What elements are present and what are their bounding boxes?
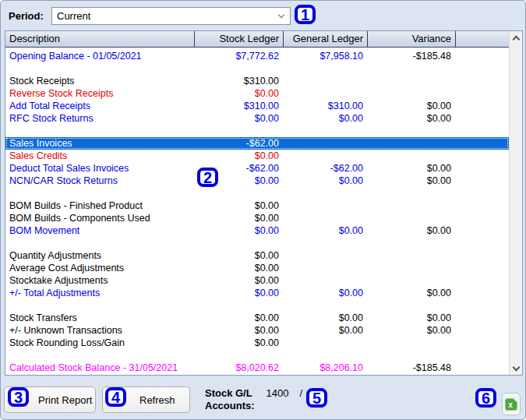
export-to-excel-button[interactable]: x xyxy=(502,393,521,415)
cell-variance xyxy=(368,137,456,150)
table-row[interactable]: +/- Unknown Transactions$0.00$0.00$0.00 xyxy=(5,324,509,337)
chevron-down-icon xyxy=(278,12,284,18)
column-header-general-ledger[interactable]: General Ledger xyxy=(284,31,368,47)
cell-variance: $0.00 xyxy=(368,112,456,125)
cell-general: $7,958.10 xyxy=(284,50,368,62)
cell-general xyxy=(284,212,368,224)
cell-desc: +/- Unknown Transactions xyxy=(5,324,195,337)
table-row[interactable]: Sales Invoices-$62.00 xyxy=(5,137,509,150)
table-row-spacer xyxy=(5,349,509,362)
period-label: Period: xyxy=(9,10,44,22)
cell-desc: Stock Transfers xyxy=(5,312,195,324)
cell-desc: NCN/CAR Stock Returns xyxy=(5,175,195,187)
table-row[interactable]: BOM Movement$0.00$0.00$0.00 xyxy=(5,224,509,237)
cell-desc: RFC Stock Returns xyxy=(5,112,195,125)
scroll-down-button[interactable] xyxy=(510,362,523,375)
table-row[interactable]: Sales Credits$0.00 xyxy=(5,150,509,162)
toolbar: Period: Current xyxy=(1,1,526,30)
cell-variance: $0.00 xyxy=(368,175,456,187)
cell-stock: -$62.00 xyxy=(195,137,284,150)
table-row[interactable]: Quantity Adjustments$0.00 xyxy=(5,249,509,262)
table-row[interactable]: NCN/CAR Stock Returns$0.00$0.00$0.00 xyxy=(5,175,509,187)
cell-stock: $0.00 xyxy=(195,87,284,100)
period-select[interactable]: Current xyxy=(51,7,291,25)
cell-general: -$62.00 xyxy=(284,162,368,175)
cell-general xyxy=(284,75,368,87)
cell-desc: Reverse Stock Receipts xyxy=(5,87,195,100)
cell-desc: Sales Credits xyxy=(5,150,195,162)
cell-general xyxy=(284,137,368,150)
table-row[interactable]: BOM Builds - Components Used$0.00 xyxy=(5,212,509,224)
reconciliation-table: Description Stock Ledger General Ledger … xyxy=(5,30,523,376)
cell-general xyxy=(284,150,368,162)
table-header: Description Stock Ledger General Ledger … xyxy=(5,31,509,48)
period-selected-value: Current xyxy=(57,10,90,22)
cell-stock: $0.00 xyxy=(195,224,284,237)
table-row[interactable]: Stock Transfers$0.00$0.00$0.00 xyxy=(5,312,509,324)
cell-variance xyxy=(368,337,456,349)
cell-general xyxy=(284,249,368,262)
cell-stock: $0.00 xyxy=(195,337,284,349)
scroll-up-button[interactable] xyxy=(510,31,523,44)
cell-stock: $0.00 xyxy=(195,150,284,162)
column-header-stock-ledger[interactable]: Stock Ledger xyxy=(195,31,284,47)
cell-stock: $0.00 xyxy=(195,262,284,274)
cell-variance xyxy=(368,274,456,287)
som-mark-6: 6 xyxy=(475,388,496,408)
cell-variance xyxy=(368,87,456,100)
som-mark-3: 3 xyxy=(8,387,29,407)
cell-desc: Quantity Adjustments xyxy=(5,249,195,262)
footer: Print Report Refresh Stock G/L Accounts:… xyxy=(1,376,526,420)
stock-reconciliation-window: Period: Current Description Stock Ledger… xyxy=(0,0,526,420)
table-row[interactable]: BOM Builds - Finished Product$0.00 xyxy=(5,199,509,212)
cell-stock: $8,020.62 xyxy=(195,362,284,374)
cell-desc: Deduct Total Sales Invoices xyxy=(5,162,195,175)
stock-gl-accounts-label: Stock G/L Accounts: xyxy=(205,387,255,412)
column-header-description[interactable]: Description xyxy=(5,31,195,47)
cell-stock: $310.00 xyxy=(195,75,284,87)
table-row[interactable]: RFC Stock Returns$0.00$0.00$0.00 xyxy=(5,112,509,125)
table-row[interactable]: Reverse Stock Receipts$0.00 xyxy=(5,87,509,100)
excel-export-icon: x xyxy=(505,398,517,411)
cell-variance xyxy=(368,249,456,262)
stock-gl-accounts-value: 1400 xyxy=(267,387,289,400)
cell-general xyxy=(284,199,368,212)
table-row-spacer xyxy=(5,62,509,75)
cell-variance xyxy=(368,75,456,87)
som-mark-1: 1 xyxy=(295,5,316,24)
cell-desc: Average Cost Adjustments xyxy=(5,262,195,274)
cell-desc: Opening Balance - 01/05/2021 xyxy=(5,50,195,62)
cell-stock: $0.00 xyxy=(195,324,284,337)
cell-stock: $7,772.62 xyxy=(195,50,284,62)
stock-gl-accounts-separator: / xyxy=(299,387,302,400)
cell-desc: Sales Invoices xyxy=(5,137,195,150)
table-row[interactable]: Opening Balance - 01/05/2021$7,772.62$7,… xyxy=(5,50,509,62)
cell-stock: $0.00 xyxy=(195,312,284,324)
cell-variance xyxy=(368,262,456,274)
table-scrollbar[interactable] xyxy=(509,31,522,375)
table-row[interactable]: Stock Rounding Loss/Gain$0.00 xyxy=(5,337,509,349)
cell-general xyxy=(284,337,368,349)
column-header-filler xyxy=(456,31,509,47)
table-row[interactable]: Add Total Receipts$310.00$310.00$0.00 xyxy=(5,100,509,112)
table-row[interactable]: Calculated Stock Balance - 31/05/2021$8,… xyxy=(5,362,509,374)
cell-variance: $0.00 xyxy=(368,224,456,237)
table-row-spacer xyxy=(5,237,509,249)
chevron-up-icon xyxy=(512,35,520,43)
cell-variance: $0.00 xyxy=(368,324,456,337)
table-row[interactable]: Deduct Total Sales Invoices-$62.00-$62.0… xyxy=(5,162,509,175)
stock-gl-accounts: Stock G/L Accounts: 1400 / xyxy=(205,387,302,412)
column-header-variance[interactable]: Variance xyxy=(368,31,456,47)
table-row[interactable]: Stocktake Adjustments$0.00 xyxy=(5,274,509,287)
table-row[interactable]: Stock Receipts$310.00 xyxy=(5,75,509,87)
cell-desc: BOM Builds - Finished Product xyxy=(5,199,195,212)
cell-general: $8,206.10 xyxy=(284,362,368,374)
table-row[interactable]: Average Cost Adjustments$0.00 xyxy=(5,262,509,274)
table-row-spacer xyxy=(5,187,509,199)
cell-desc: Stock Rounding Loss/Gain xyxy=(5,337,195,349)
cell-general xyxy=(284,87,368,100)
cell-stock: $0.00 xyxy=(195,112,284,125)
cell-desc: Stocktake Adjustments xyxy=(5,274,195,287)
table-row[interactable]: +/- Total Adjustments$0.00$0.00$0.00 xyxy=(5,287,509,299)
som-mark-2: 2 xyxy=(197,168,218,187)
